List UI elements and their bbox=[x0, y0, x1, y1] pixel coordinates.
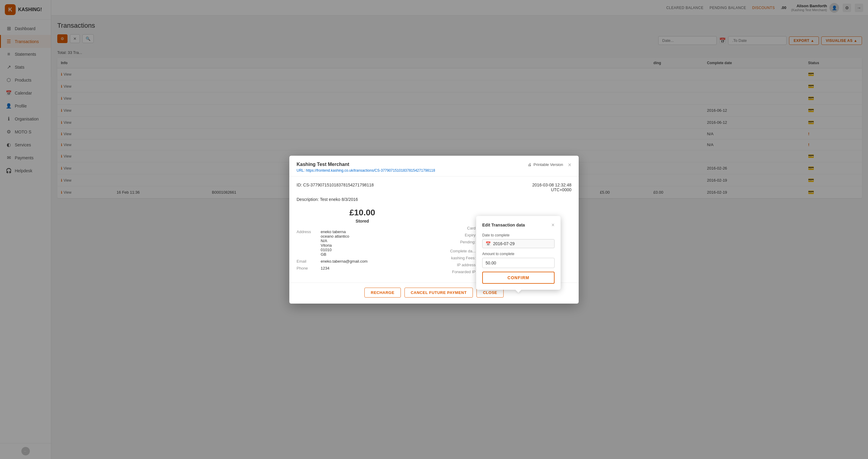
tx-amount: £10.00 bbox=[297, 208, 428, 218]
fwd-ip-label: Forwarded IP bbox=[440, 269, 479, 274]
calendar-input-icon: 📅 bbox=[486, 241, 491, 246]
confirm-button[interactable]: CONFIRM bbox=[482, 272, 555, 284]
tx-left: £10.00 Stored Address eneko taberna ocea… bbox=[297, 208, 428, 276]
tx-id: ID: CS-377907151018378154271798118 bbox=[297, 183, 374, 192]
modal-header: Kashing Test Merchant URL: https://front… bbox=[289, 156, 579, 176]
address-label: Address bbox=[297, 230, 321, 257]
expiry-label: Expiry bbox=[440, 233, 479, 237]
modal-close-button[interactable]: × bbox=[568, 162, 571, 168]
email-label: Email bbox=[297, 259, 321, 264]
phone-label: Phone bbox=[297, 266, 321, 270]
amount-to-complete-input[interactable] bbox=[482, 258, 555, 268]
cancel-future-payment-button[interactable]: CANCEL FUTURE PAYMENT bbox=[404, 288, 473, 298]
card-label: Card bbox=[440, 226, 479, 230]
modal-title: Kashing Test Merchant bbox=[297, 162, 435, 167]
amount-label: Amount to complete bbox=[482, 252, 555, 256]
address-value: eneko taberna oceano atlantico N/A Vitor… bbox=[321, 230, 349, 257]
ip-label: IP address bbox=[440, 263, 479, 267]
edit-popup-header: Edit Transaction data × bbox=[482, 222, 555, 228]
complete-date-label: Complete da... bbox=[440, 249, 479, 253]
tx-description: Description: Test eneko 8/3/2016 bbox=[297, 197, 571, 202]
edit-transaction-popup: Edit Transaction data × Date to complete… bbox=[476, 216, 561, 290]
modal-header-info: Kashing Test Merchant URL: https://front… bbox=[297, 162, 435, 172]
print-button[interactable]: 🖨 Printable Version bbox=[528, 162, 563, 167]
date-label: Date to complete bbox=[482, 233, 555, 237]
modal-header-right: 🖨 Printable Version × bbox=[528, 162, 571, 168]
tx-id-row: ID: CS-377907151018378154271798118 2016-… bbox=[297, 183, 571, 192]
tx-date: 2016-03-08 12:32:48 UTC+0000 bbox=[532, 183, 571, 192]
printer-icon: 🖨 bbox=[528, 162, 532, 167]
email-field: Email eneko.taberna@gmail.com bbox=[297, 259, 428, 264]
edit-popup-close-button[interactable]: × bbox=[551, 222, 555, 228]
tx-status: Stored bbox=[297, 219, 428, 224]
kashing-fees-label: kashing Fees: bbox=[440, 256, 479, 260]
edit-popup-title: Edit Transaction data bbox=[482, 223, 525, 227]
date-input-wrap[interactable]: 📅 bbox=[482, 239, 555, 248]
modal-url: URL: https://frontend.kashing.co.uk/tran… bbox=[297, 168, 435, 172]
recharge-button[interactable]: RECHARGE bbox=[364, 288, 401, 298]
phone-field: Phone 1234 bbox=[297, 266, 428, 270]
date-to-complete-input[interactable] bbox=[493, 241, 551, 246]
email-value: eneko.taberna@gmail.com bbox=[321, 259, 368, 264]
address-field: Address eneko taberna oceano atlantico N… bbox=[297, 230, 428, 257]
phone-value: 1234 bbox=[321, 266, 330, 270]
transaction-modal: Kashing Test Merchant URL: https://front… bbox=[289, 156, 579, 304]
modal-overlay: Kashing Test Merchant URL: https://front… bbox=[0, 0, 868, 459]
pending-label: Pending: bbox=[440, 240, 479, 247]
